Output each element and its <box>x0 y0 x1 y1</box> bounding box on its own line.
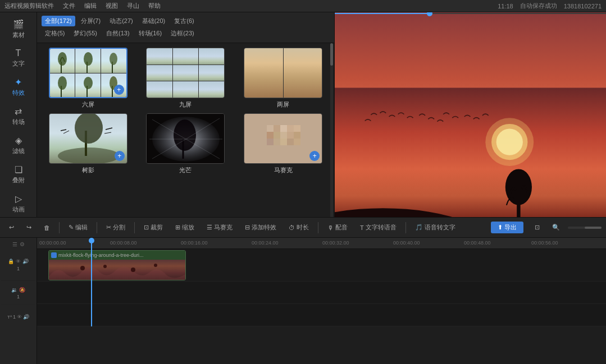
menu-file[interactable]: 文件 <box>63 2 75 10</box>
effect-thumb-inner-5 <box>147 114 224 163</box>
sidebar-item-overlay[interactable]: ❏ 叠附 <box>0 160 37 189</box>
audio1-label: 1 <box>17 294 20 300</box>
preview-progress-bar[interactable] <box>335 12 606 15</box>
effect-thumb-5[interactable] <box>146 113 225 164</box>
zoom-slider-fill <box>585 227 602 229</box>
crop-btn[interactable]: ⊡ 裁剪 <box>139 222 167 233</box>
effect-item-jiupig[interactable]: 九屏 <box>139 48 233 109</box>
filter-retro[interactable]: 复古(6) <box>171 16 197 26</box>
svg-rect-31 <box>294 132 300 139</box>
delete-icon: 🗑 <box>44 224 50 231</box>
effects-grid: + 六屏 <box>42 48 330 174</box>
user-id: 13818102271 <box>564 3 602 10</box>
fit-icon: ⊡ <box>535 224 540 231</box>
audio1-vol-icon[interactable]: 🔉 <box>11 287 17 293</box>
redo-btn[interactable]: ↪ <box>22 222 36 233</box>
add-track-icon[interactable]: ☰ <box>12 241 17 247</box>
sidebar-item-text[interactable]: T 文字 <box>0 44 37 72</box>
fit-btn[interactable]: ⊡ <box>530 222 544 233</box>
filter-trans[interactable]: 转场(16) <box>135 28 166 39</box>
sidebar-item-transition[interactable]: ⇄ 转场 <box>0 102 37 131</box>
effect-thumb-4[interactable]: + <box>49 113 127 164</box>
svg-point-4 <box>84 77 93 89</box>
filter-basic[interactable]: 基础(20) <box>139 16 169 26</box>
tree-cell-1 <box>50 49 75 73</box>
effect-item-6[interactable]: + 马赛克 <box>236 113 330 174</box>
playhead[interactable] <box>91 238 92 326</box>
stretch-btn[interactable]: ⊞ 缩放 <box>171 222 199 233</box>
edit-btn[interactable]: ✎ 编辑 <box>64 222 92 233</box>
add-effect-liupig[interactable]: + <box>114 85 124 95</box>
menu-help[interactable]: 帮助 <box>148 2 161 10</box>
svg-rect-26 <box>267 132 274 139</box>
subtitle-btn[interactable]: ⊟ 添加特效 <box>240 222 281 233</box>
text-audio-btn[interactable]: T 文字转语音 <box>356 222 401 233</box>
speech-btn[interactable]: 🎵 语音转文字 <box>411 222 460 233</box>
save-status: 自动保存成功 <box>520 2 557 10</box>
ruler-mark-4: 00:00:32.00 <box>322 240 349 246</box>
effect-item-liangpig[interactable]: 两屏 <box>236 48 330 109</box>
text-icon: T <box>16 48 21 58</box>
mascara-btn[interactable]: ☰ 马赛克 <box>202 222 237 233</box>
menu-view[interactable]: 视图 <box>106 2 118 10</box>
text-visible-icon[interactable]: 👁 <box>17 314 22 320</box>
delete-btn[interactable]: 🗑 <box>39 223 54 233</box>
filter-freeze[interactable]: 定格(5) <box>42 28 68 39</box>
audio-btn[interactable]: 🎙 配音 <box>323 222 352 233</box>
add-effect-4[interactable]: + <box>115 151 125 161</box>
effect-5-svg <box>147 114 224 163</box>
effect-thumb-liangpig[interactable] <box>244 48 322 98</box>
video-lock-icon[interactable]: 🔒 <box>8 259 14 264</box>
effect-thumb-liupig[interactable]: + <box>49 48 127 98</box>
track-rows: mixkit-flock-flying-around-a-tree-duri..… <box>37 249 606 326</box>
video-track-row: mixkit-flock-flying-around-a-tree-duri..… <box>37 249 606 282</box>
filter-dream[interactable]: 梦幻(55) <box>70 28 101 39</box>
filter-dynamic[interactable]: 动态(27) <box>106 16 136 26</box>
zoom-slider[interactable] <box>568 227 602 229</box>
menu-edit[interactable]: 编辑 <box>84 2 97 10</box>
menu-find[interactable]: 寻山 <box>127 2 139 10</box>
scrollbar-thumb[interactable] <box>330 43 333 66</box>
svg-line-11 <box>104 132 111 133</box>
zoom-out-btn[interactable]: 🔍 <box>548 222 564 233</box>
video-visible-icon[interactable]: 👁 <box>16 259 21 264</box>
sidebar-label-animation: 动画 <box>12 205 25 214</box>
effect-item-4[interactable]: + 树影 <box>42 113 135 174</box>
filter-nature[interactable]: 自然(13) <box>103 28 133 39</box>
two-grid <box>244 48 322 98</box>
sidebar-item-animation[interactable]: ▷ 动画 <box>0 189 37 218</box>
effect-thumb-6[interactable]: + <box>244 113 322 164</box>
svg-point-2 <box>110 53 117 65</box>
filter-border[interactable]: 边框(23) <box>167 28 198 39</box>
text-vol-icon[interactable]: 🔊 <box>23 314 29 320</box>
export-icon: ⬆ <box>498 224 503 231</box>
effect-item-5[interactable]: 光芒 <box>139 113 233 174</box>
video-clip[interactable]: mixkit-flock-flying-around-a-tree-duri..… <box>48 250 186 280</box>
effect-thumb-inner-liupig: + <box>50 49 126 97</box>
effect-label-5: 光芒 <box>179 166 192 174</box>
export-btn[interactable]: ⬆ 导出 <box>491 222 523 233</box>
video-vol-icon[interactable]: 🔊 <box>22 259 29 264</box>
filter-split[interactable]: 分屏(7) <box>78 16 104 26</box>
split-btn[interactable]: ✂ 分割 <box>102 222 130 233</box>
effect-label-6: 马赛克 <box>274 166 293 174</box>
filter-all[interactable]: 全部(172) <box>42 16 75 26</box>
track-settings-icon[interactable]: ⚙ <box>20 241 25 247</box>
mascara-label: 马赛克 <box>214 223 233 232</box>
nine-cell-6 <box>199 65 224 81</box>
audio-track-controls-1: 🔉 🔕 1 <box>1 282 35 305</box>
undo-btn[interactable]: ↩ <box>4 222 19 233</box>
effect-item-liupig[interactable]: + 六屏 <box>42 48 135 109</box>
subtitle-icon: ⊟ <box>245 224 250 231</box>
duration-btn[interactable]: ⏱ 时长 <box>284 222 313 233</box>
sidebar-item-filter[interactable]: ◈ 滤镜 <box>0 131 37 160</box>
effect-thumb-jiupig[interactable] <box>146 48 225 98</box>
filter-bar: 全部(172) 分屏(7) 动态(27) 基础(20) 复古(6) 定格(5) … <box>37 12 334 43</box>
sidebar-item-material[interactable]: 🎬 素材 <box>0 15 37 44</box>
sidebar-item-effects[interactable]: ✦ 特效 <box>0 72 37 102</box>
ruler-mark-0: 00:00:00.00 <box>39 240 66 246</box>
audio-track-row <box>37 282 606 304</box>
text-audio-icon: T <box>360 224 364 231</box>
audio1-mute-icon[interactable]: 🔕 <box>19 287 25 293</box>
redo-icon: ↪ <box>26 224 31 231</box>
